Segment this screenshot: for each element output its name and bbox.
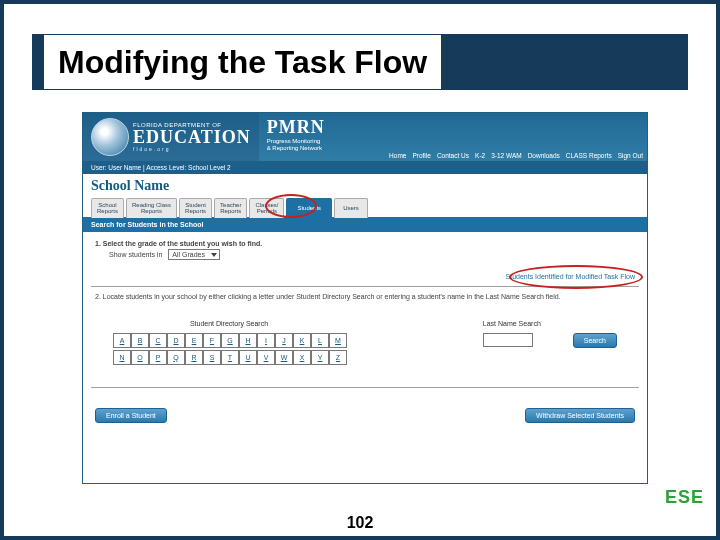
alpha-letter[interactable]: R [185,350,203,365]
nav-item[interactable]: Home [389,152,406,159]
lastname-input[interactable] [483,333,533,347]
alpha-letter[interactable]: F [203,333,221,348]
step1-text: 1. Select the grade of the student you w… [95,240,262,247]
alpha-letter[interactable]: J [275,333,293,348]
alpha-letter[interactable]: P [149,350,167,365]
nav-item[interactable]: Contact Us [437,152,469,159]
alpha-letter[interactable]: X [293,350,311,365]
pmrn-block: PMRN Progress Monitoring & Reporting Net… [259,113,647,161]
page-number: 102 [4,514,716,532]
divider [91,286,639,287]
alpha-letter[interactable]: H [239,333,257,348]
alpha-letter[interactable]: L [311,333,329,348]
directory-search-col: Student Directory Search A B C D E F G H… [113,320,345,365]
alpha-letter[interactable]: G [221,333,239,348]
app-header: FLORIDA DEPARTMENT OF EDUCATION fldoe.or… [83,113,647,161]
lastname-search-col: Last Name Search Search [483,320,617,365]
nav-item[interactable]: Profile [412,152,430,159]
section-bar: Search for Students in the School [83,217,647,232]
alpha-letter[interactable]: M [329,333,347,348]
edu-logo-block: FLORIDA DEPARTMENT OF EDUCATION fldoe.or… [83,113,259,161]
search-columns: Student Directory Search A B C D E F G H… [83,314,647,375]
grade-select[interactable]: All Grades [168,249,220,260]
alpha-letter[interactable]: E [185,333,203,348]
nav-item[interactable]: CLASS Reports [566,152,612,159]
divider-2 [91,387,639,388]
content-area-2: 2. Locate students in your school by eit… [83,293,647,314]
pmrn-sub2: & Reporting Network [267,145,639,152]
alpha-letter[interactable]: K [293,333,311,348]
directory-title: Student Directory Search [190,320,268,327]
alpha-letter[interactable]: D [167,333,185,348]
alpha-letter[interactable]: C [149,333,167,348]
tab-users[interactable]: Users [334,198,368,218]
tab-reading-class-reports[interactable]: Reading Class Reports [126,198,177,218]
alpha-letter[interactable]: S [203,350,221,365]
alpha-grid: A B C D E F G H I J K L M N O P Q [113,333,345,365]
edu-big-text: EDUCATION [133,128,251,147]
edu-text-block: FLORIDA DEPARTMENT OF EDUCATION fldoe.or… [133,122,251,152]
nav-item[interactable]: 3-12 WAM [491,152,521,159]
alpha-letter[interactable]: T [221,350,239,365]
step1-row: Show students in All Grades [95,249,635,260]
nav-item[interactable]: K-2 [475,152,485,159]
nav-item[interactable]: Downloads [528,152,560,159]
step2-text: 2. Locate students in your school by eit… [95,293,635,300]
ese-badge: ESE [665,487,704,508]
alpha-letter[interactable]: Y [311,350,329,365]
modified-task-flow-link[interactable]: Students Identified for Modified Task Fl… [506,273,635,280]
user-bar: User: User Name | Access Level: School L… [83,161,647,174]
screenshot-panel: FLORIDA DEPARTMENT OF EDUCATION fldoe.or… [82,112,648,484]
nav-row: Home Profile Contact Us K-2 3-12 WAM Dow… [389,152,643,159]
content-area: 1. Select the grade of the student you w… [83,232,647,274]
title-bar: Modifying the Task Flow [32,34,688,90]
show-students-label: Show students in [109,251,162,258]
alpha-letter[interactable]: V [257,350,275,365]
nav-item[interactable]: Sign Out [618,152,643,159]
lastname-row: Search [483,333,617,348]
tab-classes-periods[interactable]: Classes/ Periods [249,198,284,218]
bottom-actions: Enroll a Student Withdraw Selected Stude… [83,394,647,427]
lastname-title: Last Name Search [483,320,541,327]
slide-frame: Modifying the Task Flow FLORIDA DEPARTME… [0,0,720,540]
tab-row: School Reports Reading Class Reports Stu… [83,194,647,218]
enroll-button[interactable]: Enroll a Student [95,408,167,423]
school-name: School Name [83,174,647,194]
alpha-letter[interactable]: B [131,333,149,348]
alpha-letter[interactable]: W [275,350,293,365]
grade-select-value: All Grades [172,251,205,258]
pmrn-title: PMRN [267,117,639,138]
tab-teacher-reports[interactable]: Teacher Reports [214,198,247,218]
alpha-letter[interactable]: O [131,350,149,365]
tab-students[interactable]: Students [286,198,332,218]
alpha-letter[interactable]: Q [167,350,185,365]
pmrn-sub1: Progress Monitoring [267,138,639,145]
alpha-letter[interactable]: U [239,350,257,365]
alpha-letter[interactable]: Z [329,350,347,365]
alpha-letter[interactable]: I [257,333,275,348]
tab-student-reports[interactable]: Student Reports [179,198,212,218]
tab-school-reports[interactable]: School Reports [91,198,124,218]
edu-site-text: fldoe.org [133,147,251,152]
alpha-letter[interactable]: N [113,350,131,365]
florida-seal-icon [91,118,129,156]
step1-label: 1. Select the grade of the student you w… [95,240,635,260]
alpha-letter[interactable]: A [113,333,131,348]
search-button[interactable]: Search [573,333,617,348]
withdraw-button[interactable]: Withdraw Selected Students [525,408,635,423]
slide-title: Modifying the Task Flow [44,35,441,89]
